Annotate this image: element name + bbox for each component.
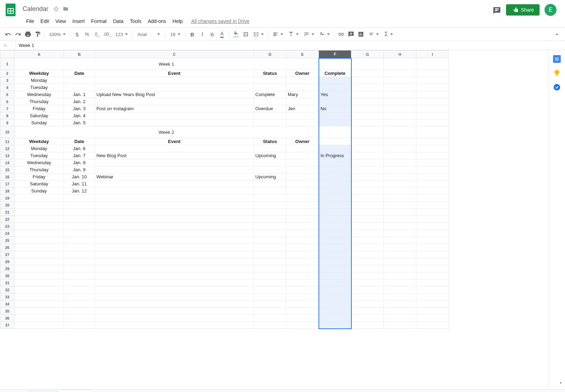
cell-G27[interactable]: [351, 251, 384, 258]
cell-E12[interactable]: [286, 145, 319, 152]
undo-button[interactable]: [4, 30, 13, 39]
cell-B22[interactable]: [64, 216, 95, 223]
cell-H35[interactable]: [384, 308, 416, 315]
menu-help[interactable]: Help: [170, 17, 186, 25]
cell-A35[interactable]: [14, 308, 64, 315]
cell-I28[interactable]: [416, 258, 449, 265]
cell-F17[interactable]: [319, 180, 351, 188]
increase-decimal-button[interactable]: .00_: [102, 30, 112, 39]
cell-H19[interactable]: [384, 195, 416, 202]
row-header-27[interactable]: 27: [0, 251, 14, 258]
cell-D29[interactable]: [254, 265, 286, 272]
cell-B30[interactable]: [64, 272, 95, 279]
cell-F25[interactable]: [319, 237, 351, 244]
cell-A23[interactable]: [14, 223, 64, 230]
cell-A33[interactable]: [14, 293, 64, 301]
cell-C26[interactable]: [95, 244, 254, 251]
cell-D31[interactable]: [254, 279, 286, 286]
sheet-tab-1[interactable]: Sheet 2: [59, 390, 90, 392]
cell-A18[interactable]: Sunday: [14, 188, 64, 195]
cell-D17[interactable]: [254, 180, 286, 188]
cell-I12[interactable]: [416, 145, 449, 152]
menu-insert[interactable]: Insert: [70, 17, 88, 25]
cell-I4[interactable]: [416, 84, 449, 91]
cell-B4[interactable]: [64, 84, 95, 91]
cell-E16[interactable]: [286, 173, 319, 180]
cell-E23[interactable]: [286, 223, 319, 230]
cell-G19[interactable]: [351, 195, 384, 202]
cell-G21[interactable]: [351, 209, 384, 216]
cell-F37[interactable]: [319, 322, 351, 329]
vertical-align-dropdown[interactable]: [286, 30, 301, 39]
cell-I22[interactable]: [416, 216, 449, 223]
cell-C5[interactable]: Upload New Years Blog Post: [95, 91, 254, 98]
col-header-C[interactable]: C: [95, 51, 254, 58]
cell-C7[interactable]: Post on Instagram: [95, 105, 254, 112]
cell-B36[interactable]: [64, 315, 95, 322]
cell-E3[interactable]: [286, 77, 319, 84]
cell-H5[interactable]: [384, 91, 416, 98]
cell-D5[interactable]: Complete: [254, 91, 286, 98]
cell-G15[interactable]: [351, 166, 384, 173]
cell-G20[interactable]: [351, 202, 384, 209]
cell-F6[interactable]: [319, 98, 351, 105]
cell-F32[interactable]: [319, 286, 351, 293]
cell-I21[interactable]: [416, 209, 449, 216]
cell-F36[interactable]: [319, 315, 351, 322]
cell-C12[interactable]: [95, 145, 254, 152]
cell-B31[interactable]: [64, 279, 95, 286]
cell-I5[interactable]: [416, 91, 449, 98]
cell-I24[interactable]: [416, 230, 449, 237]
cell-H27[interactable]: [384, 251, 416, 258]
cell-I30[interactable]: [416, 272, 449, 279]
cell-C29[interactable]: [95, 265, 254, 272]
menu-edit[interactable]: Edit: [38, 17, 52, 25]
cell-I36[interactable]: [416, 315, 449, 322]
horizontal-align-dropdown[interactable]: [270, 30, 285, 39]
row-header-37[interactable]: 37: [0, 322, 14, 329]
cell-H16[interactable]: [384, 173, 416, 180]
cell-B16[interactable]: Jan. 10: [64, 173, 95, 180]
cell-F20[interactable]: [319, 202, 351, 209]
select-all-cell[interactable]: [0, 51, 14, 58]
cell-H29[interactable]: [384, 265, 416, 272]
cell-E22[interactable]: [286, 216, 319, 223]
cell-E13[interactable]: [286, 152, 319, 159]
cell-E15[interactable]: [286, 166, 319, 173]
star-icon[interactable]: [53, 6, 59, 12]
col-header-I[interactable]: I: [416, 51, 449, 58]
account-avatar[interactable]: E: [545, 4, 557, 16]
cell-C15[interactable]: [95, 166, 254, 173]
row-header-4[interactable]: 4: [0, 84, 14, 91]
cell-F33[interactable]: [319, 293, 351, 301]
cell-F15[interactable]: [319, 166, 351, 173]
cell-I13[interactable]: [416, 152, 449, 159]
cell-H33[interactable]: [384, 293, 416, 301]
cell-H21[interactable]: [384, 209, 416, 216]
cell-D18[interactable]: [254, 188, 286, 195]
fill-color-button[interactable]: [231, 30, 240, 39]
cell-E32[interactable]: [286, 286, 319, 293]
cell-A12[interactable]: Monday: [14, 145, 64, 152]
cell-F3[interactable]: [319, 77, 351, 84]
cell-I20[interactable]: [416, 202, 449, 209]
cell-A37[interactable]: [14, 322, 64, 329]
cell-C4[interactable]: [95, 84, 254, 91]
cell-B13[interactable]: Jan. 7: [64, 152, 95, 159]
cell-C3[interactable]: [95, 77, 254, 84]
cell-B34[interactable]: [64, 301, 95, 308]
cell-D25[interactable]: [254, 237, 286, 244]
row-header-24[interactable]: 24: [0, 230, 14, 237]
comments-icon[interactable]: [493, 6, 501, 14]
cell-I15[interactable]: [416, 166, 449, 173]
cell-I27[interactable]: [416, 251, 449, 258]
row-header-16[interactable]: 16: [0, 173, 14, 180]
merge-cells-dropdown[interactable]: [251, 30, 266, 39]
cell-H15[interactable]: [384, 166, 416, 173]
menu-view[interactable]: View: [53, 17, 69, 25]
cell-F4[interactable]: [319, 84, 351, 91]
cell-I17[interactable]: [416, 180, 449, 188]
cell-D21[interactable]: [254, 209, 286, 216]
share-button[interactable]: Share: [506, 4, 540, 16]
cell-D34[interactable]: [254, 301, 286, 308]
